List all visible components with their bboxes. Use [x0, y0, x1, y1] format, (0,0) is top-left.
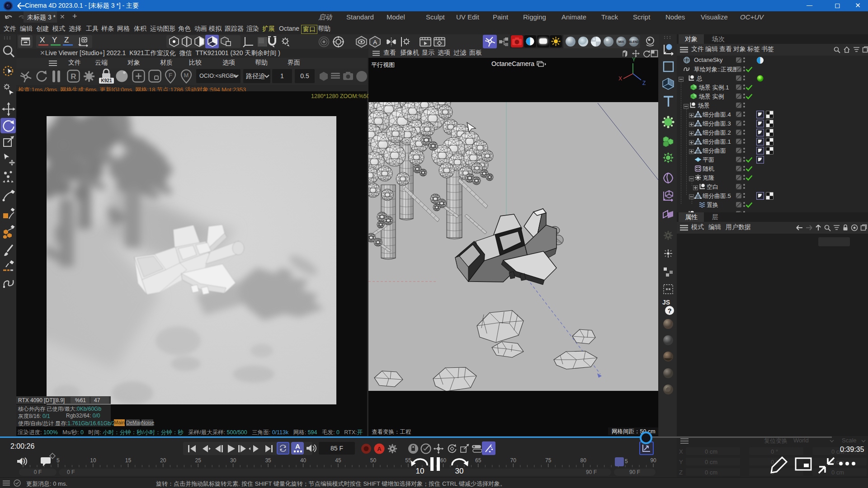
svg-text:40: 40	[300, 457, 307, 464]
svg-text:Y: Y	[632, 56, 636, 63]
svg-text:A: A	[373, 39, 377, 46]
svg-text:20: 20	[160, 457, 166, 464]
svg-text:65: 65	[475, 457, 481, 464]
svg-text:10: 10	[90, 457, 96, 464]
svg-text:A: A	[377, 446, 382, 452]
svg-text:30: 30	[230, 457, 236, 464]
svg-text:5: 5	[57, 457, 60, 464]
svg-text:F: F	[169, 72, 172, 79]
svg-text:R: R	[71, 72, 76, 81]
svg-text:75: 75	[545, 457, 552, 464]
svg-text:M: M	[184, 72, 189, 79]
svg-text:BLEND: BLEND	[629, 40, 639, 43]
svg-text:25: 25	[195, 457, 202, 464]
svg-text:35: 35	[265, 457, 271, 464]
svg-text:10: 10	[416, 467, 425, 475]
svg-text:X: X	[618, 75, 622, 82]
svg-text:MIX: MIX	[618, 40, 624, 43]
svg-text:70: 70	[510, 457, 517, 464]
svg-text:45: 45	[335, 457, 341, 464]
svg-text:30: 30	[455, 467, 464, 475]
svg-text:?: ?	[667, 307, 671, 314]
svg-text:15: 15	[125, 457, 132, 464]
svg-text:50: 50	[370, 457, 377, 464]
svg-text:80: 80	[580, 457, 587, 464]
svg-text:Z: Z	[642, 80, 646, 86]
svg-text:90: 90	[650, 457, 656, 464]
